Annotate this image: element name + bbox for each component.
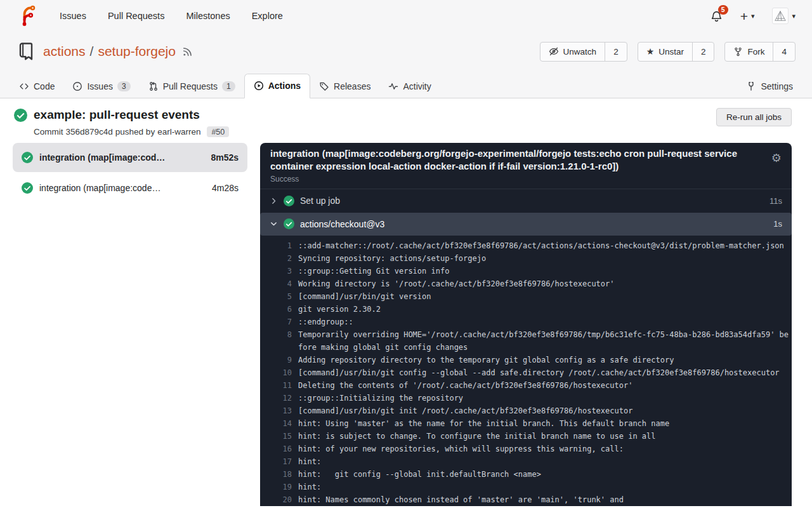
log-line-number[interactable]: 16: [270, 443, 292, 455]
job-item-1[interactable]: integration (map[image:cod… 8m52s: [13, 143, 247, 172]
log-line-number[interactable]: 10: [270, 366, 292, 379]
log-line-number[interactable]: 9: [270, 354, 292, 366]
log-line-number[interactable]: 2: [270, 252, 292, 265]
log-line-text: Temporarily overriding HOME='/root/.cach…: [298, 328, 789, 354]
log-line-number[interactable]: 3: [270, 265, 292, 277]
tab-issues[interactable]: Issues 3: [63, 75, 139, 98]
pull-requests-count-badge: 1: [222, 81, 235, 91]
repo-name-link[interactable]: setup-forgejo: [98, 44, 176, 59]
log-line: 16 hint: of your new repositories, which…: [270, 443, 789, 455]
log-line-number[interactable]: 1: [270, 239, 292, 252]
commit-sha-link[interactable]: 356d879c4d: [66, 127, 113, 137]
tab-activity-label: Activity: [403, 81, 431, 91]
log-line-number[interactable]: 14: [270, 417, 292, 430]
step-name: actions/checkout@v3: [300, 219, 384, 229]
forgejo-logo-icon[interactable]: [16, 5, 38, 27]
tab-releases[interactable]: Releases: [310, 75, 379, 98]
commit-line: Commit 356d879c4d pushed by earl-warren …: [34, 126, 229, 137]
log-line-text: [command]/usr/bin/git config --global --…: [298, 366, 789, 379]
gear-icon[interactable]: ⚙: [771, 152, 782, 164]
log-line-text: hint: git config --global init.defaultBr…: [298, 468, 789, 481]
tab-pull-requests-label: Pull Requests: [163, 81, 218, 91]
log-line-number[interactable]: 11: [270, 379, 292, 392]
log-line-number[interactable]: 18: [270, 468, 292, 481]
step-setup-job[interactable]: Set up job 11s: [260, 189, 792, 213]
tab-activity[interactable]: Activity: [379, 75, 440, 98]
step-duration: 11s: [769, 196, 782, 206]
job-name: integration (map[image:cod…: [39, 152, 165, 163]
log-line: 9 Adding repository directory to the tem…: [270, 354, 789, 366]
log-line: 15 hint: is subject to change. To config…: [270, 430, 789, 443]
tab-releases-label: Releases: [334, 81, 370, 91]
unstar-label: Unstar: [658, 47, 684, 57]
log-line: 3 ::group::Getting Git version info: [270, 265, 789, 277]
log-line-number[interactable]: 6: [270, 303, 292, 316]
log-line: 2 Syncing repository: actions/setup-forg…: [270, 252, 789, 265]
nav-milestones[interactable]: Milestones: [186, 11, 230, 21]
log-line: 7 ::endgroup::: [270, 316, 789, 328]
log-line-text: hint: Names commonly chosen instead of '…: [298, 493, 789, 506]
log-line: 17 hint:: [270, 455, 789, 468]
stars-count[interactable]: 2: [692, 43, 714, 61]
main-nav: Issues Pull Requests Milestones Explore: [38, 11, 283, 21]
unstar-button[interactable]: ★ Unstar 2: [638, 42, 715, 62]
step-duration: 1s: [773, 219, 782, 229]
log-line-number[interactable]: 8: [270, 328, 292, 354]
log-line-text: ::group::Initializing the repository: [298, 392, 789, 404]
log-line-number[interactable]: 13: [270, 404, 292, 417]
log-line-number[interactable]: 17: [270, 455, 292, 468]
run-header: example: pull-request events Commit 356d…: [0, 98, 812, 137]
unwatch-button[interactable]: Unwatch 2: [540, 42, 627, 62]
log-line-number[interactable]: 20: [270, 493, 292, 506]
log-header: integration (map[image:codeberg.org/forg…: [260, 143, 792, 173]
repo-tabs: Code Issues 3 Pull Requests 1 Actions Re…: [0, 71, 812, 98]
success-check-icon: [14, 109, 27, 122]
tab-code[interactable]: Code: [10, 75, 63, 98]
job-status: Success: [270, 175, 792, 184]
code-icon: [19, 81, 29, 91]
nav-explore[interactable]: Explore: [252, 11, 283, 21]
tab-settings[interactable]: Settings: [737, 75, 802, 98]
log-line-number[interactable]: 4: [270, 277, 292, 290]
log-line-number[interactable]: 15: [270, 430, 292, 443]
nav-pull-requests[interactable]: Pull Requests: [108, 11, 164, 21]
chevron-down-icon: ▾: [751, 12, 755, 20]
eye-slash-icon: [549, 46, 559, 57]
rerun-all-jobs-button[interactable]: Re-run all jobs: [716, 108, 792, 126]
log-line-number[interactable]: 5: [270, 290, 292, 303]
log-line-number[interactable]: 19: [270, 481, 292, 493]
log-line-text: hint: is subject to change. To configure…: [298, 430, 789, 443]
log-line: 1 ::add-matcher::/root/.cache/act/bf320e…: [270, 239, 789, 252]
tab-actions-label: Actions: [268, 81, 301, 91]
job-item-2[interactable]: integration (map[image:code… 4m28s: [13, 173, 247, 203]
tab-code-label: Code: [34, 81, 55, 91]
commit-author-link[interactable]: earl-warren: [157, 127, 200, 137]
user-menu-dropdown[interactable]: ▾: [772, 8, 796, 24]
tab-actions[interactable]: Actions: [244, 74, 310, 98]
tab-settings-label: Settings: [761, 81, 793, 91]
tab-pull-requests[interactable]: Pull Requests 1: [140, 75, 244, 98]
notifications-button[interactable]: 5: [710, 10, 723, 22]
create-new-dropdown[interactable]: + ▾: [740, 10, 755, 23]
watchers-count[interactable]: 2: [605, 43, 627, 61]
log-line: 14 hint: Using 'master' as the name for …: [270, 417, 789, 430]
repo-owner-link[interactable]: actions: [43, 44, 86, 59]
log-line-number[interactable]: 7: [270, 316, 292, 328]
notification-count-badge: 5: [718, 5, 728, 15]
log-line-number[interactable]: 12: [270, 392, 292, 404]
nav-issues[interactable]: Issues: [60, 11, 86, 21]
log-line-text: Syncing repository: actions/setup-forgej…: [298, 252, 789, 265]
log-line-text: ::endgroup::: [298, 316, 789, 328]
forks-count[interactable]: 4: [773, 43, 795, 61]
job-list: integration (map[image:cod… 8m52s integr…: [13, 143, 247, 204]
log-panel: integration (map[image:codeberg.org/forg…: [260, 143, 792, 506]
log-line: 19 hint:: [270, 481, 789, 493]
log-line-text: ::add-matcher::/root/.cache/act/bf320ef3…: [298, 239, 789, 252]
commit-middle: pushed by: [115, 127, 155, 137]
rss-icon[interactable]: [182, 46, 193, 57]
play-circle-icon: [254, 81, 264, 91]
fork-label: Fork: [747, 47, 764, 57]
top-navbar: Issues Pull Requests Milestones Explore …: [0, 0, 812, 32]
fork-button[interactable]: Fork 4: [724, 42, 796, 62]
step-actions-checkout[interactable]: actions/checkout@v3 1s: [260, 213, 792, 236]
